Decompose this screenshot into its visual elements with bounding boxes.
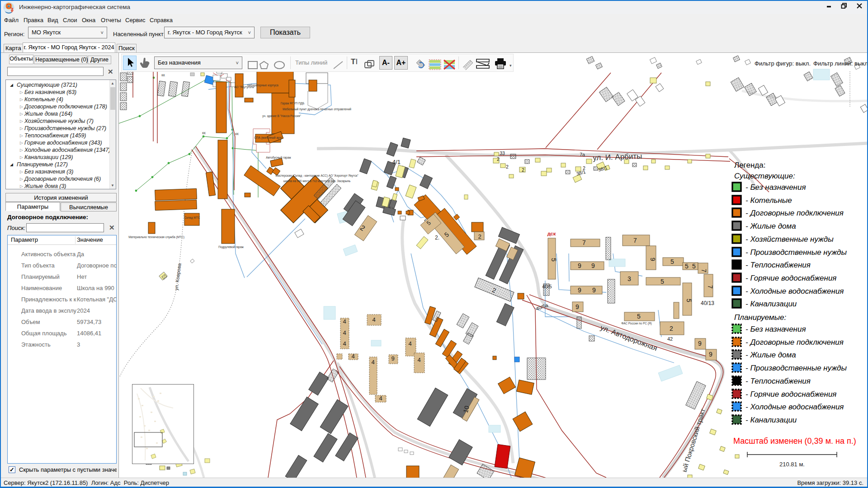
svg-text:4: 4 xyxy=(417,357,420,363)
svg-text:2.: 2. xyxy=(435,235,439,241)
svg-text:9: 9 xyxy=(649,258,656,261)
svg-text:2: 2 xyxy=(478,233,481,240)
svg-text:Мастерская (Склад - канторские: Мастерская (Склад - канторские АСС) АО "… xyxy=(275,174,359,178)
svg-text:КК: КК xyxy=(235,132,239,136)
svg-text:5: 5 xyxy=(685,299,693,302)
svg-text:4: 4 xyxy=(371,359,374,366)
svg-text:7а: 7а xyxy=(580,152,585,157)
svg-text:ул. И. Арбиты: ул. И. Арбиты xyxy=(593,152,642,162)
svg-text:2: 2 xyxy=(522,167,524,173)
svg-text:Материально техническая служба: Материально техническая служба (МТС) xyxy=(128,235,184,239)
svg-text:2: 2 xyxy=(506,164,509,169)
svg-text:Склад МТС: Склад МТС xyxy=(184,216,200,220)
svg-text:9: 9 xyxy=(578,286,581,294)
svg-text:5: 5 xyxy=(670,258,674,265)
svg-text:7: 7 xyxy=(707,285,714,289)
svg-text:5: 5 xyxy=(685,263,689,270)
svg-text:4: 4 xyxy=(379,395,382,402)
svg-text:7: 7 xyxy=(633,237,637,244)
svg-text:КК: КК xyxy=(161,74,165,77)
svg-text:КК: КК xyxy=(202,131,206,135)
svg-text:4: 4 xyxy=(343,329,346,336)
svg-text:4: 4 xyxy=(343,340,346,347)
svg-text:школа на 990 мест в 7х2 кварта: школа на 990 мест в 7х2 квартале окр. За… xyxy=(283,179,351,183)
svg-text:5: 5 xyxy=(692,263,696,270)
svg-text:4: 4 xyxy=(372,316,375,323)
svg-text:4: 4 xyxy=(351,353,354,360)
svg-text:Подрулевой гараж: Подрулевой гараж xyxy=(218,245,244,249)
svg-text:7: 7 xyxy=(700,269,708,272)
svg-text:9: 9 xyxy=(391,355,394,362)
svg-text:2: 2 xyxy=(583,165,585,171)
svg-text:дск: дск xyxy=(547,231,556,236)
svg-text:3: 3 xyxy=(627,275,631,282)
svg-text:42: 42 xyxy=(667,336,673,342)
svg-text:лабораторные корпуса: лабораторные корпуса xyxy=(247,84,278,87)
svg-text:2: 2 xyxy=(670,325,673,332)
svg-text:СПА (маточный арх): СПА (маточный арх) xyxy=(254,136,282,140)
svg-text:5: 5 xyxy=(637,313,641,320)
svg-text:4: 4 xyxy=(343,318,346,325)
svg-text:7: 7 xyxy=(582,239,586,246)
svg-text:уч. здание В "Насса Россия": уч. здание В "Насса Россия" xyxy=(262,114,301,118)
svg-text:5: 5 xyxy=(550,258,557,262)
svg-text:2: 2 xyxy=(497,156,500,162)
svg-text:4/1: 4/1 xyxy=(392,159,401,165)
svg-text:9: 9 xyxy=(698,340,702,347)
svg-text:9: 9 xyxy=(591,262,595,269)
svg-text:9: 9 xyxy=(576,303,579,310)
svg-text:9: 9 xyxy=(709,351,712,358)
svg-text:33: 33 xyxy=(500,150,505,156)
svg-text:4: 4 xyxy=(408,340,411,347)
svg-text:40/5: 40/5 xyxy=(542,284,552,289)
svg-text:5: 5 xyxy=(660,278,664,285)
svg-text:Гараж ФГУП ПДБ: Гараж ФГУП ПДБ xyxy=(281,102,305,105)
svg-text:Мебельный пункт дренажа печатн: Мебельный пункт дренажа печатных отправл… xyxy=(283,108,351,111)
svg-text:40/13: 40/13 xyxy=(701,300,714,306)
svg-text:Автобусный гараж: Автобусный гараж xyxy=(266,156,291,160)
svg-text:ФАС России по РС (Я): ФАС России по РС (Я) xyxy=(621,322,651,325)
svg-text:9: 9 xyxy=(592,286,596,294)
svg-text:9: 9 xyxy=(578,262,581,269)
